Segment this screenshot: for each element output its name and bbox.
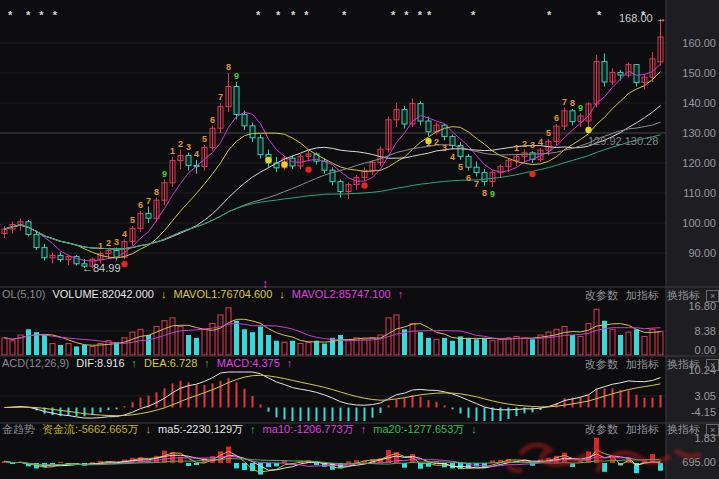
macd-header-value: ACD(12,26,9) — [2, 357, 69, 369]
stock-chart-window: 123456789123456789123456789123456789 160… — [0, 0, 719, 479]
modify-params-button[interactable]: 改参数 — [585, 289, 618, 301]
volume-header-value: VOLUME:82042.000 — [52, 288, 154, 300]
masked-title-mark: * — [471, 9, 478, 21]
close-pane-button[interactable]: × — [706, 359, 719, 371]
masked-title-mark: * — [276, 9, 283, 21]
axis-label-main: 160.00 — [668, 37, 716, 49]
volume-pane-header: OL(5,10)VOLUME:82042.000↓MAVOL1:76704.60… — [2, 288, 410, 300]
macd-header-value: ↑ — [204, 357, 210, 369]
volume-header-value: ↓ — [279, 288, 285, 300]
masked-title-mark: * — [427, 9, 434, 21]
close-pane-button[interactable]: × — [706, 424, 719, 436]
axis-label-main: 130.00 — [668, 127, 716, 139]
axis-label-main: 100.00 — [668, 217, 716, 229]
fund-header-value: 资金流:-5662.665万 — [42, 423, 139, 435]
fund-header-value: ma5:-2230.129万 — [158, 423, 243, 435]
switch-indicator-button[interactable]: 换指标 — [667, 289, 700, 301]
macd-header-value: DIF:8.916 — [76, 357, 124, 369]
masked-title-mark: * * — [291, 9, 312, 21]
axis-label-main: 150.00 — [668, 67, 716, 79]
masked-title-mark: * — [256, 9, 263, 21]
switch-indicator-button[interactable]: 换指标 — [667, 423, 700, 435]
fund-header-value: 金趋势 — [2, 423, 35, 435]
masked-title-mark: * * * — [391, 9, 425, 21]
macd-pane-header: ACD(12,26,9)DIF:8.916↑DEA:6.728↑MACD:4.3… — [2, 357, 299, 369]
masked-title-mark: * * * — [26, 9, 60, 21]
fund-pane-header: 金趋势资金流:-5662.665万↓ma5:-2230.129万↑ma10:-1… — [2, 422, 484, 437]
masked-title-mark: * — [8, 9, 15, 21]
axis-label-volume: 0.00 — [668, 344, 716, 356]
volume-header-value: OL(5,10) — [2, 288, 45, 300]
add-indicator-button[interactable]: 加指标 — [626, 289, 659, 301]
high-price-annotation: 168.00 → — [619, 12, 667, 24]
masked-title-mark: * — [597, 9, 604, 21]
fund-header-value: ma10:-1206.773万 — [263, 423, 354, 435]
fund-header-value: ↓ — [146, 423, 152, 435]
volume-pane-buttons: 改参数加指标换指标× — [585, 288, 719, 303]
add-indicator-button[interactable]: 加指标 — [626, 423, 659, 435]
axis-label-main: 90.00 — [668, 247, 716, 259]
chart-overlay: 160.00150.00140.00130.00120.00110.00100.… — [0, 0, 719, 479]
modify-params-button[interactable]: 改参数 — [585, 358, 618, 370]
volume-header-value: ↑ — [398, 288, 404, 300]
low-price-annotation: ←84.99 — [82, 262, 121, 274]
add-indicator-button[interactable]: 加指标 — [626, 358, 659, 370]
switch-indicator-button[interactable]: 换指标 — [667, 358, 700, 370]
volume-header-value: MAVOL1:76704.600 — [173, 288, 272, 300]
masked-title-mark: * — [342, 9, 349, 21]
volume-header-value: ↓ — [161, 288, 167, 300]
fund-header-value: ↓ — [471, 423, 477, 435]
macd-header-value: DEA:6.728 — [144, 357, 197, 369]
axis-label-main: 110.00 — [668, 187, 716, 199]
macd-pane-buttons: 改参数加指标换指标× — [585, 357, 719, 372]
macd-header-value: ↑ — [132, 357, 138, 369]
axis-label-main: 120.00 — [668, 157, 716, 169]
axis-label-macd: -4.15 — [668, 406, 716, 418]
axis-label-volume: 8.38 — [668, 325, 716, 337]
signal-flag-icon: ↕ — [262, 277, 268, 291]
volume-header-value: MAVOL2:85747.100 — [292, 288, 391, 300]
macd-header-value: MACD:4.375 — [217, 357, 280, 369]
fund-header-value: ↑ — [250, 423, 256, 435]
axis-label-macd: 3.05 — [668, 390, 716, 402]
masked-title-mark: * — [547, 9, 554, 21]
axis-label-main: 140.00 — [668, 97, 716, 109]
red-watermark — [500, 436, 719, 479]
fund-header-value: ma20:-1277.653万 — [373, 423, 464, 435]
fund-pane-buttons: 改参数加指标换指标× — [585, 422, 719, 437]
macd-header-value: ↑ — [287, 357, 293, 369]
ma-values-annotation: 129.92 130.28 — [588, 135, 658, 147]
fund-header-value: ↑ — [361, 423, 367, 435]
close-pane-button[interactable]: × — [706, 290, 719, 302]
modify-params-button[interactable]: 改参数 — [585, 423, 618, 435]
